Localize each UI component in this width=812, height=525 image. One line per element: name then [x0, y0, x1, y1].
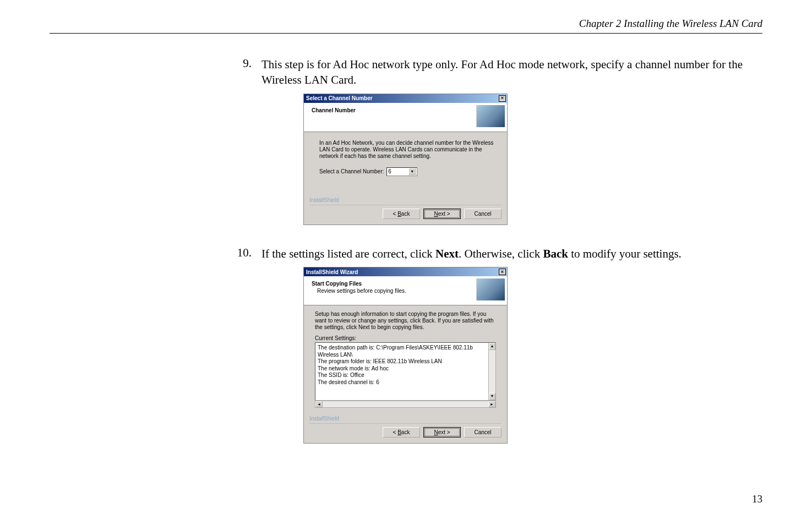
- next-button[interactable]: Next >: [423, 427, 461, 438]
- back-button[interactable]: < Back: [383, 209, 420, 219]
- current-settings-box: The destination path is: C:\Program File…: [315, 342, 496, 401]
- dialog2-banner-image: [476, 278, 505, 300]
- dialog1-heading: Channel Number: [312, 107, 476, 113]
- settings-line-5: The desired channel is: 6: [318, 379, 493, 386]
- channel-select[interactable]: 6 ▼: [386, 167, 417, 176]
- settings-line-1: The destination path is: C:\Program File…: [318, 344, 493, 358]
- back-button[interactable]: < Back: [383, 427, 420, 438]
- dialog1-para: In an Ad Hoc Network, you can decide cha…: [319, 140, 496, 160]
- scroll-left-icon[interactable]: ◄: [315, 401, 323, 407]
- step-10-text: If the settings listed are correct, clic…: [261, 246, 682, 261]
- step-9-number: 9.: [234, 57, 261, 88]
- dialog2-brand: InstallShield: [304, 414, 507, 424]
- dialog-copy: InstallShield Wizard × Start Copying Fil…: [303, 267, 508, 444]
- scroll-up-icon[interactable]: ▲: [489, 343, 495, 350]
- channel-label: Select a Channel Number:: [319, 168, 384, 174]
- dialog2-heading: Start Copying Files: [312, 281, 476, 287]
- dialog2-title: InstallShield Wizard: [306, 269, 358, 275]
- cancel-button[interactable]: Cancel: [464, 427, 502, 438]
- dialog1-title: Select a Channel Number: [306, 95, 373, 101]
- dialog-channel-wrap: Select a Channel Number × Channel Number…: [303, 94, 762, 225]
- dialog2-header-panel: Start Copying Files Review settings befo…: [304, 276, 507, 305]
- dialog-copy-wrap: InstallShield Wizard × Start Copying Fil…: [303, 267, 762, 444]
- chapter-title: Chapter 2 Installing the Wireless LAN Ca…: [579, 18, 762, 29]
- dialog2-sub: Review settings before copying files.: [317, 288, 476, 294]
- close-icon[interactable]: ×: [499, 95, 506, 102]
- settings-line-2: The program folder is: IEEE 802.11b Wire…: [318, 358, 493, 365]
- dialog1-banner-image: [476, 105, 505, 127]
- step-9-text: This step is for Ad Hoc network type onl…: [261, 57, 757, 88]
- next-button[interactable]: Next >: [423, 209, 461, 219]
- dialog1-buttons: < Back Next > Cancel: [304, 205, 507, 225]
- dialog1-header-panel: Channel Number: [304, 103, 507, 132]
- close-icon[interactable]: ×: [499, 269, 506, 275]
- dialog2-buttons: < Back Next > Cancel: [304, 424, 507, 443]
- page-header: Chapter 2 Installing the Wireless LAN Ca…: [50, 11, 762, 34]
- step-9: 9. This step is for Ad Hoc network type …: [50, 57, 762, 88]
- channel-value: 6: [388, 168, 391, 174]
- dialog1-brand: InstallShield: [304, 196, 507, 205]
- settings-line-4: The SSID is: Office: [318, 372, 493, 379]
- current-settings-label: Current Settings:: [315, 335, 496, 341]
- step-10-number: 10.: [234, 246, 261, 261]
- page-number: 13: [752, 493, 762, 505]
- dialog2-para: Setup has enough information to start co…: [315, 311, 496, 331]
- scrollbar-horizontal[interactable]: ◄ ►: [315, 401, 496, 408]
- dialog1-content: In an Ad Hoc Network, you can decide cha…: [304, 132, 507, 181]
- scrollbar-vertical[interactable]: ▲ ▼: [488, 343, 495, 400]
- chevron-down-icon[interactable]: ▼: [408, 168, 416, 175]
- step-10: 10. If the settings listed are correct, …: [50, 246, 762, 261]
- dialog2-content: Setup has enough information to start co…: [304, 305, 507, 411]
- settings-line-3: The network mode is: Ad hoc: [318, 365, 493, 373]
- scroll-right-icon[interactable]: ►: [488, 401, 495, 407]
- dialog2-titlebar[interactable]: InstallShield Wizard ×: [304, 267, 507, 276]
- channel-field-row: Select a Channel Number: 6 ▼: [319, 167, 496, 176]
- dialog1-titlebar[interactable]: Select a Channel Number ×: [304, 94, 507, 103]
- cancel-button[interactable]: Cancel: [464, 209, 502, 219]
- dialog-channel: Select a Channel Number × Channel Number…: [303, 94, 508, 225]
- scroll-down-icon[interactable]: ▼: [489, 393, 495, 400]
